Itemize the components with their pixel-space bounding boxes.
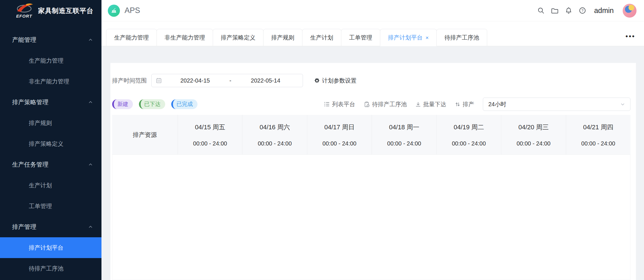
page-title: APS: [125, 6, 140, 15]
column-time: 00:00 - 24:00: [258, 140, 292, 147]
sidebar-item-production-plan[interactable]: 生产计划: [0, 175, 101, 196]
column-time: 00:00 - 24:00: [452, 140, 486, 147]
aps-app-icon: [108, 5, 120, 17]
date-range-picker[interactable]: 2022-04-15 - 2022-05-14: [151, 74, 303, 87]
schedule-button[interactable]: 排产: [455, 100, 474, 108]
tab-pending-process-pool[interactable]: 待排产工序池: [436, 29, 487, 46]
section-label: 产能管理: [12, 36, 36, 44]
column-time: 00:00 - 24:00: [323, 140, 357, 147]
chevron-up-icon: [88, 99, 93, 105]
column-date: 04/20 周三: [518, 123, 549, 132]
interval-select[interactable]: 24小时: [483, 98, 630, 111]
pending-process-pool-button[interactable]: 待排产工序池: [364, 100, 407, 108]
search-icon[interactable]: [537, 7, 545, 14]
legend-badge-new: 新建: [112, 99, 133, 109]
factory-icon: [110, 7, 117, 14]
item-label: 工单管理: [29, 202, 52, 210]
sidebar-item-production-capacity[interactable]: 生产能力管理: [0, 50, 101, 71]
start-date-value[interactable]: 2022-04-15: [162, 77, 228, 84]
tabs-more-icon[interactable]: •••: [626, 32, 635, 40]
tab-bar: 生产能力管理 非生产能力管理 排产策略定义 排产规则 生产计划 工单管理 排产计…: [101, 21, 644, 46]
top-header: APS ? admin: [101, 0, 644, 21]
column-date: 04/19 周二: [454, 123, 484, 132]
tab-scheduling-rules[interactable]: 排产规则: [263, 29, 302, 46]
sidebar-section-scheduling[interactable]: 排产管理: [0, 216, 101, 237]
column-time: 00:00 - 24:00: [193, 140, 227, 147]
tab-label: 排产策略定义: [221, 34, 255, 42]
main-area: APS ? admin 生产能力管理 非生产能力管理: [101, 0, 644, 280]
calendar-icon: [156, 77, 162, 84]
sidebar-section-strategy[interactable]: 排产策略管理: [0, 92, 101, 113]
tab-production-capacity[interactable]: 生产能力管理: [106, 29, 157, 46]
tab-production-plan[interactable]: 生产计划: [302, 29, 341, 46]
section-label: 排产策略管理: [12, 98, 48, 106]
folder-icon[interactable]: [551, 7, 559, 14]
end-date-value[interactable]: 2022-05-14: [232, 77, 299, 84]
day-column-header: 04/15 周五 00:00 - 24:00: [178, 115, 242, 154]
date-range-label: 排产时间范围: [112, 77, 147, 85]
clipboard-clock-icon: [364, 101, 370, 107]
legend-label: 已下达: [144, 100, 161, 108]
tab-scheduling-platform[interactable]: 排产计划平台 ×: [380, 29, 437, 46]
settings-label: 计划参数设置: [322, 77, 357, 85]
item-label: 待排产工序池: [29, 265, 63, 272]
sidebar-item-strategy-definition[interactable]: 排产策略定义: [0, 133, 101, 154]
tab-label: 排产规则: [271, 34, 294, 42]
filter-row: 排产时间范围 2022-04-15 - 2022-05-14: [112, 74, 630, 87]
column-date: 04/18 周一: [389, 123, 419, 132]
header-actions: ? admin: [537, 4, 637, 18]
sidebar-item-pending-process-pool[interactable]: 待排产工序池: [0, 258, 101, 279]
avatar[interactable]: [623, 4, 637, 18]
day-column-header: 04/18 周一 00:00 - 24:00: [372, 115, 436, 154]
batch-release-button[interactable]: 批量下达: [415, 100, 446, 108]
chevron-up-icon: [88, 224, 93, 230]
plan-parameter-settings-button[interactable]: 计划参数设置: [314, 77, 357, 85]
day-column-header: 04/20 周三 00:00 - 24:00: [501, 115, 566, 154]
tab-label: 生产计划: [310, 34, 333, 42]
sidebar-menu: 产能管理 生产能力管理 非生产能力管理 排产策略管理 排产规则 排产策略定义 生…: [0, 21, 101, 279]
item-label: 排产计划平台: [29, 244, 63, 252]
column-time: 00:00 - 24:00: [517, 140, 551, 147]
sidebar-section-capacity[interactable]: 产能管理: [0, 29, 101, 50]
column-date: 04/15 周五: [195, 123, 225, 132]
list-icon: [324, 101, 330, 107]
action-label: 待排产工序池: [372, 100, 407, 108]
sidebar: EFORT 家具制造互联平台 产能管理 生产能力管理 非生产能力管理 排产策略管…: [0, 0, 101, 280]
item-label: 排产规则: [29, 119, 52, 127]
date-separator: -: [228, 77, 233, 84]
day-column-header: 04/17 周日 00:00 - 24:00: [307, 115, 372, 154]
interval-select-value: 24小时: [488, 100, 506, 108]
column-time: 00:00 - 24:00: [581, 140, 615, 147]
sidebar-item-non-production-capacity[interactable]: 非生产能力管理: [0, 71, 101, 92]
action-label: 排产: [463, 100, 474, 108]
download-icon: [415, 102, 421, 107]
column-date: 04/16 周六: [260, 123, 290, 132]
help-icon[interactable]: ?: [579, 7, 586, 14]
efort-logo-icon: EFORT: [13, 3, 35, 19]
content-card: 排产时间范围 2022-04-15 - 2022-05-14: [110, 63, 636, 280]
schedule-table: 排产资源 04/15 周五 00:00 - 24:00 04/16 周六 00:…: [112, 115, 630, 280]
tab-work-orders[interactable]: 工单管理: [341, 29, 380, 46]
svg-text:?: ?: [581, 8, 583, 13]
close-icon[interactable]: ×: [425, 35, 429, 40]
day-column-header: 04/19 周二 00:00 - 24:00: [436, 115, 501, 154]
tab-label: 生产能力管理: [114, 34, 149, 42]
bell-icon[interactable]: [565, 7, 573, 14]
list-platform-button[interactable]: 列表平台: [324, 100, 355, 108]
schedule-table-body[interactable]: [112, 155, 630, 280]
item-label: 排产策略定义: [29, 140, 63, 148]
sidebar-item-scheduling-rules[interactable]: 排产规则: [0, 113, 101, 133]
sidebar-logo: EFORT 家具制造互联平台: [0, 0, 101, 21]
day-column-header: 04/16 周六 00:00 - 24:00: [242, 115, 307, 154]
username[interactable]: admin: [594, 6, 614, 15]
legend-toolbar-row: 新建 已下达 已完成 列表平台: [112, 98, 630, 111]
legend-badge-completed: 已完成: [171, 99, 197, 109]
tab-strategy-definition[interactable]: 排产策略定义: [213, 29, 263, 46]
sidebar-section-tasks[interactable]: 生产任务管理: [0, 154, 101, 175]
tab-non-production-capacity[interactable]: 非生产能力管理: [157, 29, 213, 46]
legend-label: 新建: [117, 100, 128, 108]
tab-label: 非生产能力管理: [165, 34, 205, 42]
sidebar-item-scheduling-platform[interactable]: 排产计划平台: [0, 237, 101, 258]
sidebar-item-work-orders[interactable]: 工单管理: [0, 196, 101, 216]
item-label: 生产计划: [29, 182, 52, 189]
